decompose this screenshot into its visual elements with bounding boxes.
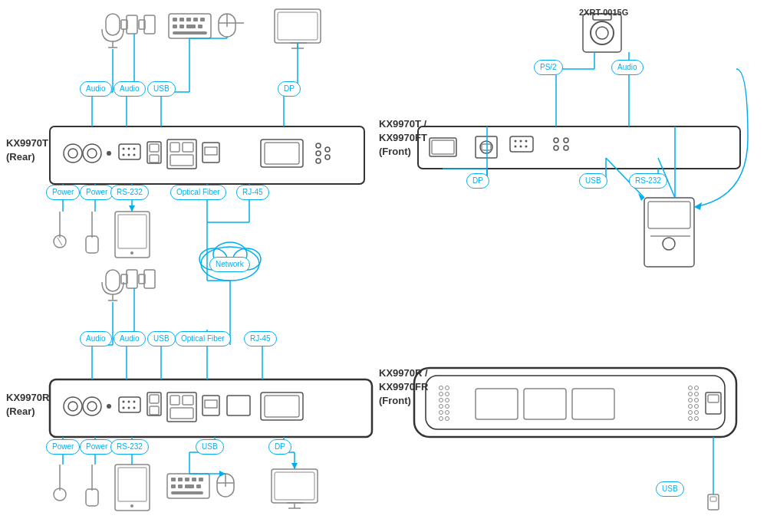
svg-point-243 xyxy=(689,405,693,409)
svg-rect-55 xyxy=(115,212,150,258)
svg-rect-256 xyxy=(710,497,716,501)
svg-point-241 xyxy=(689,399,693,402)
svg-point-229 xyxy=(439,399,443,402)
svg-rect-173 xyxy=(171,478,176,481)
svg-point-237 xyxy=(689,386,693,390)
svg-point-228 xyxy=(446,392,449,396)
svg-point-197 xyxy=(130,504,133,507)
network-badge: Network xyxy=(209,257,250,272)
svg-rect-159 xyxy=(170,408,193,419)
svg-point-232 xyxy=(446,405,449,409)
svg-rect-161 xyxy=(205,400,217,408)
svg-point-114 xyxy=(591,21,614,44)
svg-point-12 xyxy=(133,154,136,156)
svg-point-143 xyxy=(83,397,101,415)
svg-rect-181 xyxy=(196,484,201,488)
svg-rect-97 xyxy=(430,138,456,156)
svg-point-111 xyxy=(564,138,568,143)
badge-bl-power1: Power xyxy=(46,439,80,455)
svg-point-108 xyxy=(525,146,528,148)
svg-rect-99 xyxy=(476,136,497,158)
svg-point-10 xyxy=(123,154,125,156)
svg-point-8 xyxy=(128,148,130,150)
svg-marker-222 xyxy=(291,463,298,469)
svg-rect-62 xyxy=(86,236,98,253)
svg-point-5 xyxy=(107,151,111,156)
svg-rect-178 xyxy=(171,484,176,488)
svg-point-152 xyxy=(133,407,136,409)
badge-br-usb: USB xyxy=(656,481,684,497)
badge-tl-audio1: Audio xyxy=(80,81,112,97)
svg-point-247 xyxy=(689,417,693,421)
svg-rect-170 xyxy=(144,270,155,288)
svg-point-109 xyxy=(554,138,558,143)
svg-rect-194 xyxy=(86,489,98,506)
svg-rect-176 xyxy=(192,478,196,481)
svg-rect-18 xyxy=(183,143,193,152)
svg-rect-96 xyxy=(418,126,740,169)
badge-bl-rj45: RJ-45 xyxy=(244,331,277,346)
badge-tr-audio: Audio xyxy=(611,60,644,75)
svg-rect-21 xyxy=(205,147,217,155)
svg-point-248 xyxy=(695,417,699,421)
svg-point-2 xyxy=(68,149,77,158)
svg-point-107 xyxy=(520,146,522,148)
svg-point-246 xyxy=(695,411,699,415)
badge-tl-audio2: Audio xyxy=(114,81,146,97)
svg-point-234 xyxy=(446,411,449,415)
svg-point-105 xyxy=(525,140,528,143)
svg-point-236 xyxy=(446,417,449,421)
svg-rect-157 xyxy=(170,396,179,405)
svg-rect-42 xyxy=(173,25,177,28)
svg-point-11 xyxy=(128,154,130,156)
svg-rect-44 xyxy=(186,25,196,28)
svg-point-7 xyxy=(123,148,125,150)
badge-bl-usb2: USB xyxy=(196,439,224,455)
svg-rect-196 xyxy=(118,468,146,501)
badge-bl-power2: Power xyxy=(80,439,114,455)
svg-point-235 xyxy=(439,417,443,421)
svg-point-145 xyxy=(107,404,111,409)
svg-point-244 xyxy=(695,405,699,409)
badge-tl-optfiber: Optical Fiber xyxy=(170,185,226,200)
camera-model-label: 2XRT-0015G xyxy=(579,8,628,17)
svg-rect-14 xyxy=(150,144,159,152)
svg-rect-180 xyxy=(185,484,194,488)
svg-point-28 xyxy=(325,155,330,159)
svg-point-233 xyxy=(439,411,443,415)
svg-point-110 xyxy=(554,146,558,150)
badge-tl-dp: DP xyxy=(278,81,301,97)
svg-rect-249 xyxy=(476,389,518,419)
svg-point-103 xyxy=(515,140,517,143)
svg-rect-98 xyxy=(432,140,454,154)
svg-point-225 xyxy=(439,386,443,390)
svg-rect-251 xyxy=(572,389,614,419)
svg-point-239 xyxy=(689,392,693,396)
svg-point-230 xyxy=(446,399,449,402)
svg-line-60 xyxy=(58,238,62,245)
svg-point-3 xyxy=(83,144,101,163)
svg-rect-101 xyxy=(482,144,491,150)
svg-point-148 xyxy=(128,401,130,403)
svg-rect-6 xyxy=(119,144,140,159)
svg-point-1 xyxy=(64,144,82,163)
svg-rect-175 xyxy=(185,478,189,481)
svg-rect-23 xyxy=(265,143,299,164)
svg-rect-155 xyxy=(150,406,159,415)
svg-point-149 xyxy=(133,401,136,403)
svg-rect-17 xyxy=(170,143,179,152)
svg-point-142 xyxy=(68,402,77,411)
badge-bl-dp: DP xyxy=(268,439,291,455)
svg-rect-15 xyxy=(150,155,159,163)
svg-rect-50 xyxy=(275,9,321,43)
svg-rect-163 xyxy=(261,392,303,420)
badge-bl-audio2: Audio xyxy=(114,331,146,346)
kx9970r-rear-label: KX9970R(Rear) xyxy=(6,391,49,419)
svg-point-231 xyxy=(439,405,443,409)
svg-point-27 xyxy=(325,147,330,152)
svg-rect-146 xyxy=(119,397,140,412)
badge-bl-rs232: RS-232 xyxy=(110,439,149,455)
svg-rect-158 xyxy=(183,396,193,405)
svg-point-141 xyxy=(64,397,82,415)
svg-rect-32 xyxy=(127,15,137,34)
